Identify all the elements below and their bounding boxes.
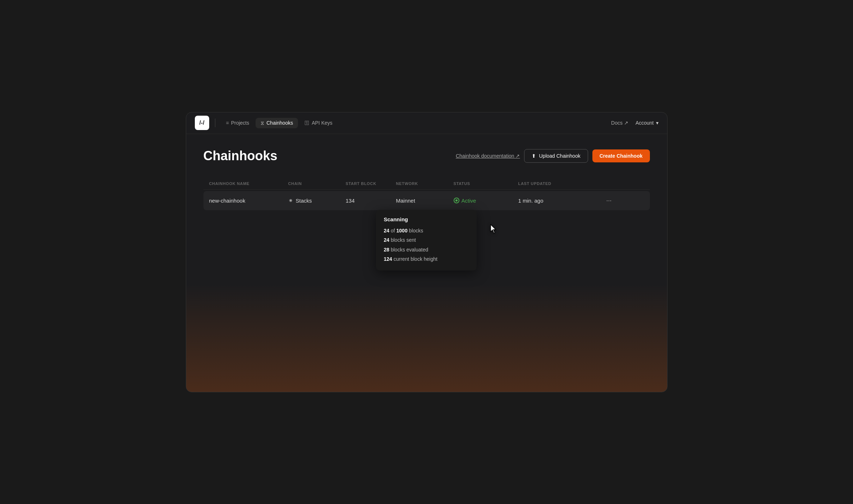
chevron-down-icon: ▾ — [656, 120, 659, 126]
col-header-status: STATUS — [454, 181, 518, 186]
status-indicator — [454, 198, 459, 203]
account-button[interactable]: Account ▾ — [636, 120, 659, 126]
page-title: Chainhooks — [203, 148, 278, 163]
cell-network: Mainnet — [396, 198, 454, 204]
scanning-line-1: 24 of 1000 blocks — [384, 226, 469, 236]
chainhooks-table: CHAINHOOK NAME CHAIN START BLOCK NETWORK… — [203, 178, 650, 210]
page-actions: Chainhook documentation ↗ ⬆ Upload Chain… — [456, 149, 650, 163]
logo[interactable]: /-/ — [195, 116, 209, 130]
nav-item-api-keys[interactable]: ⚿ API Keys — [299, 118, 338, 128]
nav-divider — [215, 119, 215, 127]
cell-start-block: 134 — [346, 198, 396, 204]
cursor — [490, 224, 499, 235]
col-header-name: CHAINHOOK NAME — [209, 181, 288, 186]
col-header-chain: CHAIN — [288, 181, 346, 186]
row-more-button[interactable]: ··· — [590, 197, 612, 204]
cell-chain: ⁕ Stacks — [288, 197, 346, 204]
nav-right: Docs ↗ Account ▾ — [611, 120, 658, 126]
navbar: /-/ ≡ Projects ⧖ Chainhooks ⚿ API Keys D… — [186, 112, 667, 134]
nav-item-projects[interactable]: ≡ Projects — [221, 118, 254, 128]
page-header: Chainhooks Chainhook documentation ↗ ⬆ U… — [203, 148, 650, 163]
nav-links: ≡ Projects ⧖ Chainhooks ⚿ API Keys — [221, 118, 611, 128]
page-content: Chainhooks Chainhook documentation ↗ ⬆ U… — [186, 134, 667, 225]
create-chainhook-button[interactable]: Create Chainhook — [592, 149, 650, 162]
chainhook-doc-link[interactable]: Chainhook documentation ↗ — [456, 153, 520, 159]
col-header-last-updated: LAST UPDATED — [518, 181, 590, 186]
scanning-line-3: 28 blocks evaluated — [384, 245, 469, 255]
scanning-line-2: 24 blocks sent — [384, 235, 469, 245]
scanning-title: Scanning — [384, 216, 469, 222]
scanning-line-4: 124 current block height — [384, 254, 469, 264]
table-header: CHAINHOOK NAME CHAIN START BLOCK NETWORK… — [203, 178, 650, 190]
list-icon: ≡ — [226, 120, 229, 126]
app-window: /-/ ≡ Projects ⧖ Chainhooks ⚿ API Keys D… — [186, 112, 668, 392]
cell-name: new-chainhook — [209, 198, 288, 204]
scanning-popup: Scanning 24 of 1000 blocks 24 blocks sen… — [376, 210, 477, 271]
upload-chainhook-button[interactable]: ⬆ Upload Chainhook — [524, 149, 588, 163]
col-header-actions — [590, 181, 612, 186]
nav-item-chainhooks[interactable]: ⧖ Chainhooks — [256, 118, 298, 128]
upload-icon: ⬆ — [532, 153, 536, 159]
table-row: new-chainhook ⁕ Stacks 134 Mainnet Activ… — [203, 191, 650, 210]
key-icon: ⚿ — [304, 120, 309, 126]
cell-status: Active — [454, 198, 518, 204]
col-header-start-block: START BLOCK — [346, 181, 396, 186]
docs-link[interactable]: Docs ↗ — [611, 120, 628, 126]
stacks-icon: ⁕ — [288, 197, 293, 204]
chainhook-icon: ⧖ — [261, 120, 264, 126]
cell-last-updated: 1 min. ago — [518, 198, 590, 204]
col-header-network: NETWORK — [396, 181, 454, 186]
